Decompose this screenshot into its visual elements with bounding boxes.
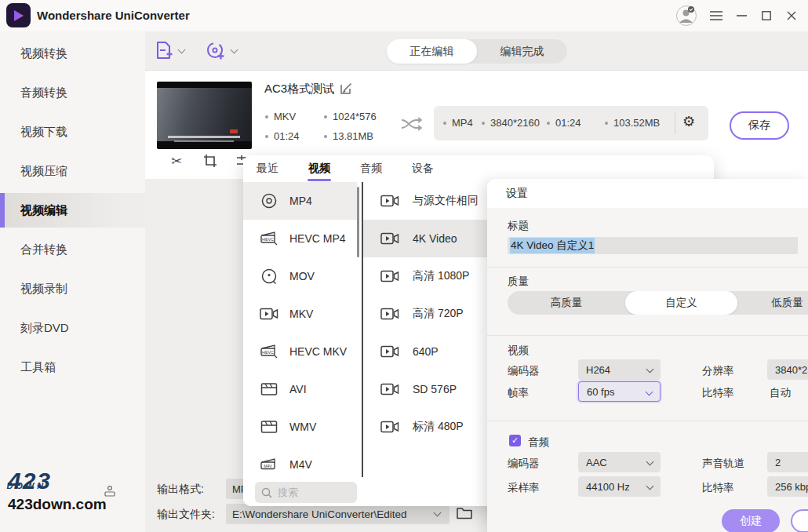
sidebar-item-label: 视频转换: [20, 46, 67, 61]
video-camera-icon: [380, 268, 400, 285]
preset-label: 标清 480P: [413, 420, 464, 434]
hevc-icon: HEVC: [259, 230, 279, 247]
video-encoder-value: H264: [586, 364, 610, 376]
title-input-value: 4K Video 自定义1: [510, 238, 595, 253]
sidebar-item-label: 音频转换: [20, 86, 67, 100]
sidebar-item-label: 视频下载: [20, 125, 67, 140]
tab-editing[interactable]: 正在编辑: [387, 39, 477, 64]
preset-label: 640P: [413, 345, 439, 358]
title-input[interactable]: 4K Video 自定义1: [508, 237, 798, 254]
output-folder-field[interactable]: E:\Wondershare UniConverter\Edited: [226, 504, 449, 524]
audio-bitrate-value[interactable]: 256 kbps: [767, 476, 808, 497]
convert-shuffle-icon: [400, 116, 424, 132]
devices-icon: [104, 485, 116, 497]
quality-high-button[interactable]: 高质量: [508, 291, 625, 315]
browse-folder-icon[interactable]: [457, 506, 472, 519]
target-resolution: 3840*2160: [482, 117, 540, 129]
secondary-button-partial[interactable]: [791, 509, 808, 532]
format-item-wmv[interactable]: WMV: [243, 408, 357, 446]
close-button[interactable]: [781, 6, 802, 25]
chevron-down-icon: [434, 509, 442, 517]
audio-checkbox[interactable]: ✓: [509, 435, 521, 446]
add-disc-button[interactable]: [206, 41, 237, 61]
add-disc-icon: [206, 41, 226, 61]
framerate-value: 60 fps: [587, 386, 614, 398]
scrollbar[interactable]: [357, 187, 359, 257]
sidebar-item-video-convert[interactable]: 视频转换: [0, 36, 145, 71]
divider: [675, 112, 675, 134]
sidebar-item-video-download[interactable]: 视频下载: [0, 115, 145, 149]
video-camera-icon: [380, 192, 400, 210]
quality-custom-button[interactable]: 自定义: [625, 291, 737, 315]
preset-label: SD 576P: [413, 383, 457, 395]
framerate-label: 帧率: [508, 386, 529, 400]
chevron-down-icon: [646, 458, 654, 466]
quality-low-button[interactable]: 低质量: [737, 291, 808, 315]
preset-label: 4K Video: [413, 232, 457, 245]
preset-label: 高清 720P: [413, 307, 464, 321]
sidebar-item-audio-convert[interactable]: 音频转换: [0, 75, 145, 110]
mov-disc-icon: [259, 268, 279, 285]
format-label: M4V: [289, 458, 312, 471]
video-encoder-dropdown[interactable]: H264: [578, 359, 661, 380]
maximize-button[interactable]: [756, 6, 777, 25]
svg-text:HEVC: HEVC: [262, 237, 274, 242]
video-thumbnail[interactable]: [157, 82, 252, 149]
add-file-button[interactable]: [155, 41, 184, 61]
format-label: HEVC MP4: [289, 232, 346, 245]
framerate-dropdown[interactable]: 60 fps: [578, 381, 661, 402]
audio-encoder-value: AAC: [586, 457, 607, 468]
divider: [487, 421, 808, 421]
settings-gear-icon[interactable]: ⚙: [682, 113, 695, 129]
minimize-button[interactable]: [731, 6, 752, 25]
format-label: AVI: [289, 383, 307, 395]
account-avatar[interactable]: [676, 5, 697, 26]
format-item-hevc-mp4[interactable]: HEVC HEVC MP4: [243, 220, 357, 257]
sidebar-item-video-compress[interactable]: 视频压缩: [0, 154, 145, 188]
samplerate-dropdown[interactable]: 44100 Hz: [578, 476, 661, 497]
menu-icon[interactable]: [706, 6, 726, 25]
video-bitrate-label: 比特率: [702, 386, 734, 400]
edit-tools: ✂: [168, 152, 253, 169]
search-input[interactable]: [278, 486, 344, 498]
format-item-mp4[interactable]: MP4: [243, 182, 357, 220]
tab-edit-done[interactable]: 编辑完成: [477, 39, 567, 64]
quality-segmented-control: 高质量 自定义 低质量: [508, 291, 808, 315]
format-item-avi[interactable]: AVI: [243, 370, 357, 408]
app-window: Wondershare UniConverter 视频转换 音频转换 视频下载 …: [0, 0, 808, 532]
svg-text:HEVC: HEVC: [262, 350, 274, 355]
format-item-mov[interactable]: MOV: [243, 257, 357, 295]
audio-encoder-dropdown[interactable]: AAC: [578, 452, 661, 472]
watermark-text: DOWN: [6, 481, 46, 490]
create-button[interactable]: 创建: [722, 509, 780, 532]
resolution-value[interactable]: 3840*2160: [767, 359, 808, 380]
format-popup-tabs: 最近 视频 音频 设备: [243, 155, 714, 182]
tab-audio[interactable]: 音频: [359, 157, 384, 180]
format-item-hevc-mkv[interactable]: HEVC HEVC MKV: [243, 333, 357, 370]
trim-scissors-icon[interactable]: ✂: [168, 152, 185, 169]
sidebar-item-merge-convert[interactable]: 合并转换: [0, 232, 145, 267]
tab-device[interactable]: 设备: [410, 157, 435, 180]
sidebar-item-toolbox[interactable]: 工具箱: [0, 350, 145, 384]
sidebar-item-screen-record[interactable]: 视频录制: [0, 271, 145, 306]
audio-bitrate-label: 比特率: [702, 481, 734, 495]
chevron-down-icon: [646, 388, 653, 396]
crop-icon[interactable]: [202, 152, 219, 169]
format-item-mkv[interactable]: MKV: [243, 295, 357, 333]
tab-video[interactable]: 视频: [307, 157, 332, 180]
watermark-logo: 423 DOWN 423down.com: [8, 471, 141, 513]
video-camera-icon: [380, 343, 400, 360]
sidebar-item-burn-dvd[interactable]: 刻录DVD: [0, 311, 145, 345]
disc-icon: [259, 192, 279, 210]
format-label: MKV: [289, 308, 313, 320]
rename-icon[interactable]: [340, 82, 353, 95]
subtitle-line: [168, 136, 240, 138]
tab-recent[interactable]: 最近: [255, 157, 280, 180]
save-button[interactable]: 保存: [730, 111, 789, 140]
channels-value[interactable]: 2: [767, 452, 808, 472]
sidebar-item-video-edit[interactable]: 视频编辑: [0, 193, 145, 228]
watermark-text: 423down.com: [8, 496, 141, 513]
audio-section-label: 音频: [528, 435, 549, 450]
file-title: AC3格式测试: [264, 82, 334, 97]
samplerate-value: 44100 Hz: [586, 481, 630, 493]
